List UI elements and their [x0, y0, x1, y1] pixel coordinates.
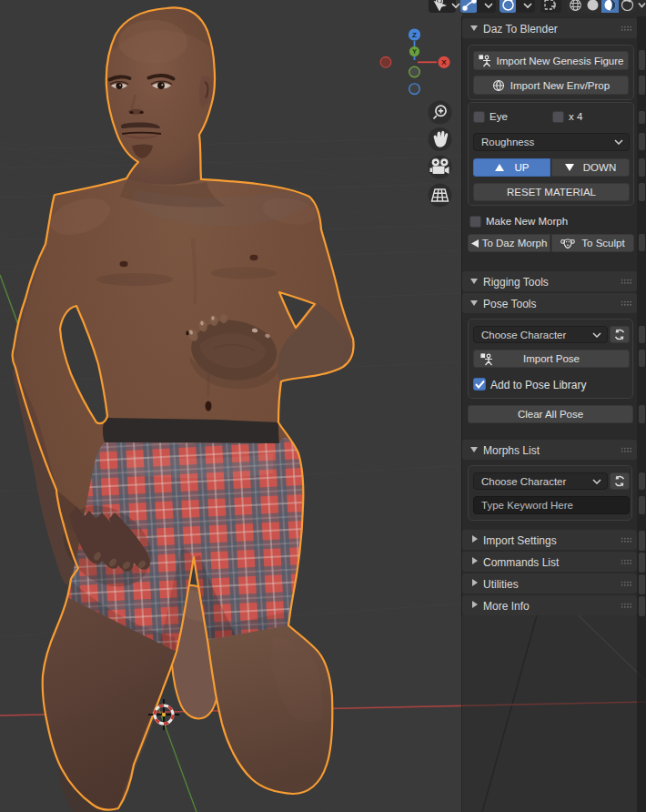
svg-text:Y: Y — [412, 47, 417, 56]
svg-text:X: X — [441, 58, 447, 66]
svg-text:Z: Z — [412, 31, 417, 39]
